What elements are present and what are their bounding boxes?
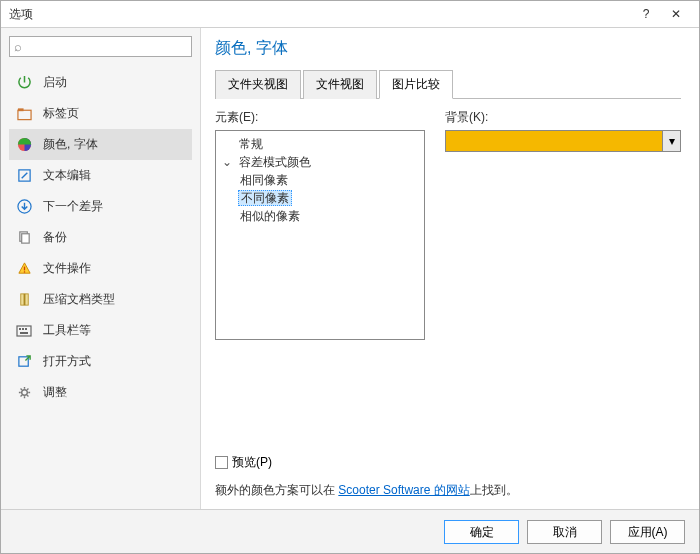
svg-rect-14 [25,328,27,330]
page-title: 颜色, 字体 [215,38,681,59]
sidebar-item-file-ops[interactable]: 文件操作 [9,253,192,284]
sidebar-item-label: 文本编辑 [43,167,91,184]
sidebar-item-label: 下一个差异 [43,198,103,215]
sidebar-item-tweaks[interactable]: 调整 [9,377,192,408]
preview-label: 预览(P) [232,454,272,471]
sidebar-item-backup[interactable]: 备份 [9,222,192,253]
keyboard-icon [15,323,33,339]
svg-rect-12 [19,328,21,330]
svg-rect-8 [23,271,24,272]
tree-label: 常规 [237,137,265,151]
sidebar-item-archive-types[interactable]: 压缩文档类型 [9,284,192,315]
search-input[interactable] [26,40,187,54]
sidebar-item-label: 启动 [43,74,67,91]
tree-item-similar-pixels[interactable]: 相似的像素 [238,207,418,225]
tree-item-same-pixels[interactable]: 相同像素 [238,171,418,189]
search-input-wrap[interactable]: ⌕ [9,36,192,57]
apply-button[interactable]: 应用(A) [610,520,685,544]
sidebar-item-label: 颜色, 字体 [43,136,98,153]
preview-checkbox[interactable] [215,456,228,469]
tree-label: 相似的像素 [238,209,302,223]
help-button[interactable]: ? [631,7,661,21]
svg-rect-13 [22,328,24,330]
power-icon [15,75,33,91]
tab-file-view[interactable]: 文件视图 [303,70,377,99]
warning-icon [15,261,33,277]
tree-item-tolerance-colors[interactable]: ⌄ 容差模式颜色 [222,153,418,171]
footer-note: 额外的颜色方案可以在 Scooter Software 的网站上找到。 [215,482,518,499]
arrow-down-icon [15,199,33,215]
tree-item-different-pixels[interactable]: 不同像素 [238,189,418,207]
svg-rect-10 [23,294,25,305]
sidebar-item-label: 工具栏等 [43,322,91,339]
sidebar-item-startup[interactable]: 启动 [9,67,192,98]
background-label: 背景(K): [445,109,681,126]
elements-label: 元素(E): [215,109,425,126]
zip-icon [15,292,33,308]
tree-toggle-icon[interactable]: ⌄ [222,153,234,171]
ok-button[interactable]: 确定 [444,520,519,544]
chevron-down-icon: ▾ [669,134,675,148]
svg-rect-6 [21,234,29,243]
sidebar-item-colors-fonts[interactable]: 颜色, 字体 [9,129,192,160]
tree-label: 容差模式颜色 [237,155,313,169]
svg-rect-0 [17,110,30,119]
sidebar-item-next-diff[interactable]: 下一个差异 [9,191,192,222]
footer-suffix: 上找到。 [470,483,518,497]
svg-rect-15 [20,332,28,334]
sidebar-item-label: 打开方式 [43,353,91,370]
backup-icon [15,230,33,246]
svg-rect-1 [17,108,23,111]
sidebar-item-label: 标签页 [43,105,79,122]
sidebar-item-tabs[interactable]: 标签页 [9,98,192,129]
tab-folder-view[interactable]: 文件夹视图 [215,70,301,99]
open-with-icon [15,354,33,370]
window-title: 选项 [9,6,631,23]
tree-label: 不同像素 [238,190,292,206]
tree-item-general[interactable]: 常规 [222,135,418,153]
sidebar-item-label: 文件操作 [43,260,91,277]
sidebar-item-label: 备份 [43,229,67,246]
svg-point-17 [21,390,27,396]
search-icon: ⌕ [14,39,22,54]
edit-icon [15,168,33,184]
svg-rect-7 [23,267,24,271]
color-dropdown-button[interactable]: ▾ [663,130,681,152]
elements-tree[interactable]: 常规 ⌄ 容差模式颜色 相同像素 不同像素 相似的 [215,130,425,340]
tree-label: 相同像素 [238,173,290,187]
palette-icon [15,137,33,153]
sidebar: ⌕ 启动 标签页 颜色, 字体 文本编辑 下一个差异 备份 文件 [1,28,201,509]
gear-icon [15,385,33,401]
cancel-button[interactable]: 取消 [527,520,602,544]
background-color-swatch[interactable] [445,130,663,152]
tab-picture-compare[interactable]: 图片比较 [379,70,453,99]
sidebar-item-label: 调整 [43,384,67,401]
close-button[interactable]: ✕ [661,7,691,21]
sidebar-item-text-edit[interactable]: 文本编辑 [9,160,192,191]
svg-rect-11 [17,326,31,336]
footer-link[interactable]: Scooter Software 的网站 [338,483,469,497]
sidebar-item-toolbars[interactable]: 工具栏等 [9,315,192,346]
tab-icon [15,106,33,122]
sidebar-item-open-with[interactable]: 打开方式 [9,346,192,377]
footer-prefix: 额外的颜色方案可以在 [215,483,338,497]
sidebar-item-label: 压缩文档类型 [43,291,115,308]
